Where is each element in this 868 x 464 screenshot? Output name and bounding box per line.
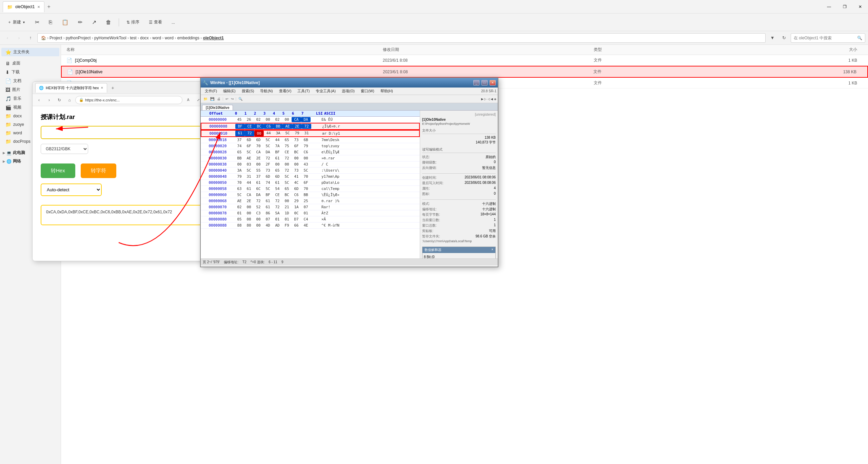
hex-byte[interactable]: CA [254,150,263,155]
hex-byte[interactable]: 00 [292,162,301,167]
hex-byte[interactable]: BB [301,192,311,197]
hex-byte[interactable]: 01 [273,217,282,222]
delete-btn[interactable]: 🗑 [102,17,115,27]
hex-byte[interactable]: 70 [301,186,311,191]
hex-byte[interactable]: 72 [254,198,263,204]
hex-byte[interactable]: 6D [254,137,263,142]
hex-byte[interactable]: 00 [282,198,292,204]
forward-button[interactable]: › [14,33,24,43]
up-button[interactable]: ↑ [26,33,35,43]
hex-byte[interactable]: C6 [301,150,311,155]
hex-byte[interactable]: 61 [263,198,273,204]
hex-byte[interactable]: CE [282,150,292,155]
tab-close-icon[interactable]: ✕ [37,5,40,9]
hex-byte[interactable]: 72 [282,168,292,173]
hex-byte[interactable]: 65 [235,150,244,155]
hex-byte[interactable]: 00 [282,162,292,167]
hex-byte[interactable]: 79 [235,174,244,179]
hex-byte[interactable]: 72 [263,156,273,161]
sort-btn[interactable]: ⇅ 排序 [123,17,143,27]
menu-tools[interactable]: 工具(T) [295,88,312,94]
encoding-select[interactable]: GB2312/GBK UTF-8 UTF-16 [41,144,88,154]
hex-byte[interactable]: 00 [273,162,282,167]
hex-byte[interactable]: 05 [235,217,244,222]
toolbar-redo-icon[interactable]: ↪ [230,97,235,101]
hex-byte[interactable]: 6D [273,174,282,179]
hex-byte[interactable]: 00 [254,131,264,136]
hex-byte[interactable]: 55 [254,168,263,173]
hex-byte[interactable]: 72 [282,156,292,161]
hex-byte[interactable]: BF [235,124,245,129]
table-row[interactable]: 📄[1]Ole10Native 2023/6/1 8:08 文件 138 KB [61,66,868,78]
hex-byte[interactable]: 01 [282,217,292,222]
hex-byte[interactable]: 6F [292,143,301,149]
hex-byte[interactable]: 26 [244,117,254,122]
browser-refresh-button[interactable]: ↻ [55,96,64,104]
hex-byte[interactable]: 5C [235,192,244,197]
hex-byte[interactable]: 74 [263,180,273,185]
hex-byte[interactable]: AE [283,124,292,129]
share-btn[interactable]: ↗ [88,17,100,27]
hex-byte[interactable]: BC [282,192,292,197]
toolbar-print-icon[interactable]: 🖨 [216,97,222,101]
hex-byte[interactable]: AE [244,156,254,161]
menu-file[interactable]: 文件(F) [202,88,220,94]
hex-byte[interactable]: 5C [263,186,273,191]
hex-byte[interactable]: AE [235,198,244,204]
hex-byte[interactable]: 44 [264,131,273,136]
hex-byte[interactable]: BB [235,156,244,161]
sidebar-item-download[interactable]: ⬇ 下载 [1,68,59,76]
hex-byte[interactable]: 74 [235,143,244,149]
hex-byte[interactable]: 41 [292,174,301,179]
table-row[interactable]: 📄[1]CompObj 2023/6/1 8:08 文件 1 KB [61,55,868,66]
hex-byte[interactable]: 00 [244,205,254,210]
hex-byte[interactable]: 61 [273,156,282,161]
hex-byte[interactable]: 2F [263,162,273,167]
new-tab-button[interactable]: + [44,4,53,10]
menu-search[interactable]: 搜索(S) [239,88,257,94]
hex-byte[interactable]: 6D [244,137,254,142]
hex-byte[interactable]: CE [245,124,254,129]
winhex-minimize-button[interactable]: _ [473,80,479,85]
hex-byte[interactable]: 6C [254,186,263,191]
hex-byte[interactable]: 72 [245,131,254,136]
hex-byte[interactable]: 80 [244,223,254,228]
hex-byte[interactable]: BB [273,124,283,129]
refresh-button[interactable]: ↻ [779,33,789,43]
hex-byte[interactable]: C6 [292,192,301,197]
browser-back-button[interactable]: ‹ [35,96,43,104]
hex-byte[interactable]: 86 [263,211,273,216]
winhex-close-button[interactable]: ✕ [490,80,496,85]
hex-byte[interactable]: 2E [244,198,254,204]
hex-byte[interactable]: 73 [292,168,301,173]
close-button[interactable]: ✕ [852,0,868,14]
sidebar-item-desktop[interactable]: 🖥 桌面 [1,59,59,67]
hex-byte[interactable]: BF [273,150,282,155]
hex-byte[interactable]: 37 [254,174,263,179]
hex-byte[interactable]: 61 [254,180,263,185]
toolbar-save-icon[interactable]: 💾 [209,97,216,101]
hex-byte[interactable]: 70 [301,174,311,179]
hex-byte[interactable]: 00 [235,162,244,167]
hex-byte[interactable]: CE [273,192,282,197]
hex-byte[interactable]: 07 [301,205,311,210]
hex-byte[interactable]: 00 [282,117,292,122]
minimize-button[interactable]: — [821,0,837,14]
to-hex-button[interactable]: 转Hex [41,163,75,178]
hex-byte[interactable]: 5C [244,150,254,155]
hex-byte[interactable]: 01 [301,211,311,216]
hex-byte[interactable]: CA [244,192,254,197]
hex-byte[interactable]: 6F [244,143,254,149]
hex-byte[interactable]: 25 [301,198,311,204]
menu-window[interactable]: 窗口(W) [358,88,377,94]
hex-byte[interactable]: 31 [244,174,254,179]
hex-byte[interactable]: 00 [254,223,263,228]
hex-byte[interactable]: 00 [263,117,273,122]
hex-byte[interactable]: AD [273,223,282,228]
hex-byte[interactable]: 72 [273,205,282,210]
search-input[interactable] [794,36,855,40]
hex-byte[interactable]: 00 [244,211,254,216]
hex-byte[interactable]: 44 [244,180,254,185]
new-btn[interactable]: ＋ 新建 ▼ [4,17,29,27]
hex-byte[interactable]: 5C [301,168,311,173]
